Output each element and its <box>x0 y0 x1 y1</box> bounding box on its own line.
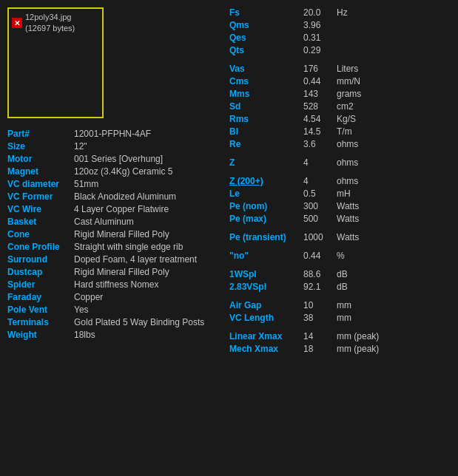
spec-row: VC diameter51mm <box>7 179 222 189</box>
param-value: 300 <box>303 201 337 211</box>
spec-value: 001 Series [Overhung] <box>74 154 222 164</box>
param-value: 20.0 <box>303 7 337 18</box>
spec-value: Rigid Mineral Filled Poly <box>74 267 222 277</box>
spec-value: 4 Layer Copper Flatwire <box>74 204 222 214</box>
param-label: Fs <box>229 7 303 18</box>
spec-row: Cone ProfileStraight with single edge ri… <box>7 242 222 252</box>
spec-row: Size12" <box>7 141 222 152</box>
param-label: Pe (max) <box>229 214 303 224</box>
param-unit: Kg/S <box>337 114 356 124</box>
spec-row: Magnet120oz (3.4Kg) Ceramic 5 <box>7 166 222 177</box>
param-unit: cm2 <box>337 101 354 112</box>
param-row: 1WSpl88.6dB <box>229 269 451 279</box>
specs-table: Part#12001-PFPHN-4AFSize12"Motor001 Seri… <box>7 129 222 340</box>
param-value: 4.54 <box>303 114 337 124</box>
params-table: Fs20.0HzQms3.96Qes0.31Qts0.29Vas176Liter… <box>229 7 451 354</box>
spec-row: Motor001 Series [Overhung] <box>7 154 222 164</box>
spec-row: DustcapRigid Mineral Filled Poly <box>7 267 222 277</box>
spec-label: Pole Vent <box>7 305 74 315</box>
param-row: 2.83VSpl92.1dB <box>229 282 451 292</box>
param-unit: ohms <box>337 139 358 149</box>
spacer <box>229 152 451 157</box>
param-value: 0.5 <box>303 188 337 199</box>
param-label: Qms <box>229 20 303 30</box>
param-row: Pe (transient)1000Watts <box>229 232 451 242</box>
spec-label: Weight <box>7 330 74 340</box>
spec-value: 120oz (3.4Kg) Ceramic 5 <box>74 166 222 177</box>
param-label: VC Length <box>229 313 303 323</box>
param-row: Le0.5mH <box>229 188 451 199</box>
param-unit: Watts <box>337 232 359 242</box>
param-label: 1WSpl <box>229 269 303 279</box>
param-row: Sd528cm2 <box>229 101 451 112</box>
spec-label: Terminals <box>7 317 74 327</box>
param-value: 143 <box>303 89 337 99</box>
param-unit: % <box>337 251 345 261</box>
param-value: 18 <box>303 344 337 354</box>
param-value: 4 <box>303 176 337 186</box>
spec-value: Yes <box>74 305 222 315</box>
param-row: VC Length38mm <box>229 313 451 323</box>
spec-label: Cone <box>7 229 74 239</box>
param-value: 4 <box>303 157 337 168</box>
spacer <box>229 58 451 64</box>
spec-label: Spider <box>7 279 74 290</box>
spec-row: VC FormerBlack Anodized Aluminum <box>7 191 222 202</box>
spec-value: 12" <box>74 141 222 152</box>
param-row: Linear Xmax14mm (peak) <box>229 331 451 341</box>
param-value: 0.29 <box>303 45 337 55</box>
param-label: Vas <box>229 64 303 74</box>
param-row: Re3.6ohms <box>229 139 451 149</box>
param-value: 88.6 <box>303 269 337 279</box>
param-value: 14.5 <box>303 126 337 137</box>
param-unit: Watts <box>337 201 359 211</box>
spec-value: Black Anodized Aluminum <box>74 191 222 202</box>
spacer <box>229 245 451 251</box>
param-value: 92.1 <box>303 282 337 292</box>
spec-label: Surround <box>7 254 74 265</box>
error-icon: ✕ <box>12 18 22 28</box>
spec-row: Weight18lbs <box>7 330 222 340</box>
param-unit: grams <box>337 89 361 99</box>
param-row: Pe (max)500Watts <box>229 214 451 224</box>
param-row: Fs20.0Hz <box>229 7 451 18</box>
param-value: 500 <box>303 214 337 224</box>
right-panel: Fs20.0HzQms3.96Qes0.31Qts0.29Vas176Liter… <box>229 7 451 469</box>
spec-row: TerminalsGold Plated 5 Way Binding Posts <box>7 317 222 327</box>
param-unit: ohms <box>337 176 358 186</box>
param-value: 3.96 <box>303 20 337 30</box>
param-label: Linear Xmax <box>229 331 303 341</box>
param-row: Qes0.31 <box>229 33 451 43</box>
param-row: Qms3.96 <box>229 20 451 30</box>
spec-row: ConeRigid Mineral Filled Poly <box>7 229 222 239</box>
param-unit: dB <box>337 269 348 279</box>
spacer <box>229 263 451 269</box>
param-row: Mech Xmax18mm (peak) <box>229 344 451 354</box>
param-unit: Watts <box>337 214 359 224</box>
param-value: 0.31 <box>303 33 337 43</box>
param-unit: dB <box>337 282 348 292</box>
param-label: Z <box>229 157 303 168</box>
spec-row: FaradayCopper <box>7 292 222 302</box>
spec-label: Size <box>7 141 74 152</box>
param-unit: Hz <box>337 7 348 18</box>
param-value: 10 <box>303 300 337 310</box>
param-label: Air Gap <box>229 300 303 310</box>
param-label: Rms <box>229 114 303 124</box>
param-label: Re <box>229 139 303 149</box>
spec-value: Rigid Mineral Filled Poly <box>74 229 222 239</box>
param-value: 0.44 <box>303 251 337 261</box>
param-value: 38 <box>303 313 337 323</box>
spec-value: Doped Foam, 4 layer treatment <box>74 254 222 265</box>
spacer <box>229 294 451 300</box>
spec-row: Pole VentYes <box>7 305 222 315</box>
param-row: Rms4.54Kg/S <box>229 114 451 124</box>
param-row: Vas176Liters <box>229 64 451 74</box>
param-unit: mm <box>337 300 351 310</box>
param-unit: T/m <box>337 126 352 137</box>
spec-row: SpiderHard stiffness Nomex <box>7 279 222 290</box>
param-value: 3.6 <box>303 139 337 149</box>
param-label: 2.83VSpl <box>229 282 303 292</box>
spec-value: Gold Plated 5 Way Binding Posts <box>74 317 222 327</box>
spacer <box>229 226 451 232</box>
